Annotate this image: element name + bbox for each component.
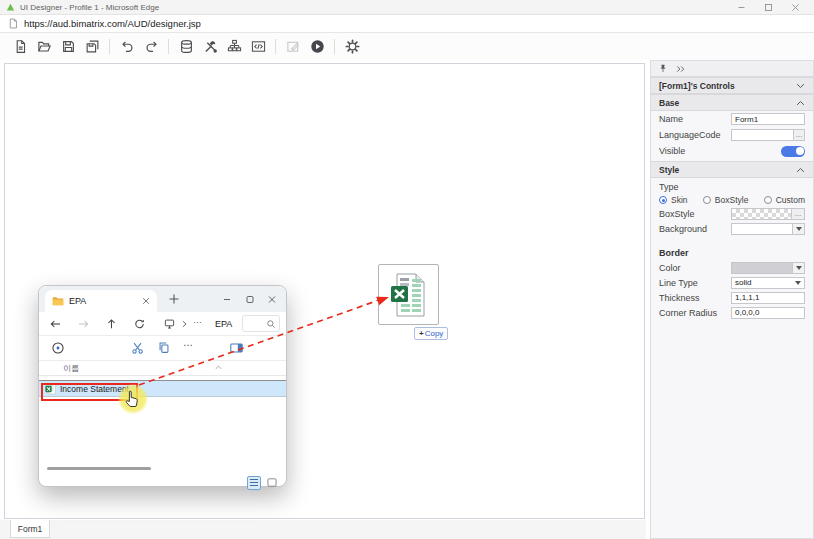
this-pc-icon[interactable] [163, 318, 176, 330]
list-view-button[interactable] [247, 476, 261, 490]
maximize-icon[interactable] [764, 3, 773, 12]
column-name-header[interactable]: 이름 [63, 363, 79, 374]
panel-toolstrip [651, 61, 813, 77]
color-row: Color [651, 260, 813, 275]
line-type-row: Line Type solid [651, 275, 813, 290]
new-file-icon[interactable] [8, 36, 32, 58]
property-panel: [Form1]'s Controls Base Name LanguageCod… [650, 60, 814, 539]
run-icon[interactable] [305, 36, 329, 58]
save-all-icon[interactable] [80, 36, 104, 58]
chevron-down-icon[interactable] [796, 83, 805, 89]
explorer-commandbar: … [39, 336, 286, 361]
settings-gear-icon[interactable] [340, 36, 364, 58]
name-row: Name [651, 111, 813, 127]
tab-close-icon[interactable] [142, 297, 150, 305]
sort-ascending-icon [215, 365, 222, 370]
new-item-icon[interactable] [51, 341, 65, 355]
horizontal-scrollbar[interactable] [47, 467, 151, 470]
sitemap-icon[interactable] [222, 36, 246, 58]
toolbar-separator [275, 39, 276, 54]
file-explorer-window: EPA … EPA … 이름 Income [38, 285, 287, 487]
tab-form1[interactable]: Form1 [10, 520, 50, 538]
explorer-maximize-icon[interactable] [245, 295, 255, 304]
database-icon[interactable] [174, 36, 198, 58]
border-group-title: Border [651, 246, 813, 260]
save-icon[interactable] [56, 36, 80, 58]
thickness-input[interactable] [731, 292, 805, 304]
thumbnail-view-button[interactable] [265, 476, 279, 490]
boxstyle-ellipsis-button[interactable]: … [791, 208, 805, 220]
chevron-down-icon [795, 281, 801, 285]
up-icon[interactable] [105, 318, 118, 330]
radio-custom[interactable]: Custom [764, 195, 805, 205]
controls-header[interactable]: [Form1]'s Controls [651, 77, 813, 94]
forward-icon [77, 318, 90, 330]
background-dropdown-button[interactable] [792, 223, 805, 235]
radio-skin[interactable]: Skin [659, 195, 688, 205]
back-icon[interactable] [49, 318, 62, 330]
languagecode-ellipsis-button[interactable]: … [793, 129, 805, 141]
close-icon[interactable] [791, 3, 800, 12]
drag-ghost-excel [378, 264, 439, 325]
cut-icon[interactable] [131, 341, 145, 355]
undo-icon[interactable] [115, 36, 139, 58]
radio-dot [764, 196, 772, 204]
chevron-up-icon[interactable] [796, 167, 805, 173]
designer-toolbar [0, 33, 814, 60]
url-text: https://aud.bimatrix.com/AUD/designer.js… [24, 18, 201, 29]
browser-titlebar: UI Designer - Profile 1 - Microsoft Edge [0, 0, 814, 15]
radio-boxstyle[interactable]: BoxStyle [703, 195, 749, 205]
radio-dot [659, 196, 667, 204]
border-color-swatch[interactable] [731, 262, 793, 274]
background-row: Background [651, 221, 813, 236]
type-label-row: Type [651, 180, 813, 193]
section-style-header[interactable]: Style [651, 161, 813, 178]
chevron-up-icon[interactable] [796, 100, 805, 106]
explorer-navbar: … EPA [39, 312, 286, 336]
breadcrumb-ellipsis[interactable]: … [193, 315, 202, 325]
collapse-panel-icon[interactable] [676, 65, 685, 73]
toolbar-separator [168, 39, 169, 54]
minimize-icon[interactable] [737, 3, 746, 12]
corner-radius-input[interactable] [731, 307, 805, 319]
more-options-ellipsis[interactable]: … [183, 337, 194, 348]
chevron-down-icon [796, 266, 802, 270]
column-header-row: 이름 [39, 361, 286, 376]
copy-drop-badge: + Copy [414, 327, 448, 340]
copy-icon[interactable] [157, 341, 171, 355]
explorer-tab-epa[interactable]: EPA [45, 290, 157, 312]
edge-favicon [6, 3, 15, 12]
background-swatch[interactable] [731, 223, 793, 235]
border-color-dropdown-button[interactable] [792, 262, 805, 274]
form-tabstrip: Form1 [0, 520, 646, 539]
tools-icon[interactable] [198, 36, 222, 58]
folder-icon [52, 296, 64, 306]
thickness-row: Thickness [651, 290, 813, 305]
chevron-down-icon [796, 227, 802, 231]
explorer-minimize-icon[interactable] [222, 295, 232, 304]
url-bar[interactable]: https://aud.bimatrix.com/AUD/designer.js… [0, 15, 814, 33]
search-box[interactable] [242, 315, 280, 332]
toolbar-separator [334, 39, 335, 54]
explorer-close-icon[interactable] [267, 295, 277, 304]
toolbar-separator [109, 39, 110, 54]
boxstyle-row: BoxStyle … [651, 207, 813, 221]
code-view-icon[interactable] [246, 36, 270, 58]
languagecode-input[interactable] [731, 129, 794, 141]
new-tab-icon[interactable] [169, 294, 179, 304]
type-radio-row: Skin BoxStyle Custom [651, 193, 813, 207]
name-input[interactable] [731, 113, 805, 125]
pin-icon[interactable] [659, 64, 667, 73]
languagecode-row: LanguageCode … [651, 127, 813, 143]
section-base-header[interactable]: Base [651, 94, 813, 111]
boxstyle-swatch[interactable] [731, 208, 792, 220]
open-folder-icon[interactable] [32, 36, 56, 58]
breadcrumb-epa[interactable]: EPA [215, 319, 232, 329]
details-pane-icon[interactable] [229, 341, 244, 355]
file-list: Income Statement [39, 380, 286, 474]
edit-icon-disabled [281, 36, 305, 58]
line-type-select[interactable]: solid [731, 277, 805, 289]
visible-toggle[interactable] [781, 146, 805, 157]
refresh-icon[interactable] [133, 318, 146, 330]
redo-icon[interactable] [139, 36, 163, 58]
